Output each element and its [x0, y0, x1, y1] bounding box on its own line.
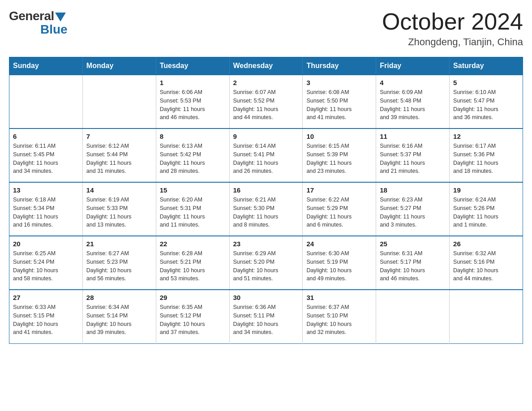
page-header: General Blue October 2024 Zhongdeng, Tia… [9, 9, 523, 48]
day-info: Sunrise: 6:10 AMSunset: 5:47 PMDaylight:… [453, 88, 519, 122]
weekday-header-thursday: Thursday [303, 57, 376, 75]
calendar-cell: 26Sunrise: 6:32 AMSunset: 5:16 PMDayligh… [450, 236, 523, 290]
day-number: 16 [233, 186, 299, 194]
calendar-week-row: 13Sunrise: 6:18 AMSunset: 5:34 PMDayligh… [9, 182, 523, 236]
day-info: Sunrise: 6:09 AMSunset: 5:48 PMDaylight:… [380, 88, 446, 122]
day-info: Sunrise: 6:11 AMSunset: 5:45 PMDaylight:… [13, 142, 79, 176]
day-info: Sunrise: 6:29 AMSunset: 5:20 PMDaylight:… [233, 249, 299, 283]
weekday-header-wednesday: Wednesday [229, 57, 303, 75]
day-number: 25 [380, 240, 446, 248]
day-info: Sunrise: 6:33 AMSunset: 5:15 PMDaylight:… [13, 303, 79, 337]
day-info: Sunrise: 6:34 AMSunset: 5:14 PMDaylight:… [86, 303, 152, 337]
day-info: Sunrise: 6:27 AMSunset: 5:23 PMDaylight:… [86, 249, 152, 283]
day-number: 3 [306, 79, 372, 86]
day-info: Sunrise: 6:31 AMSunset: 5:17 PMDaylight:… [380, 249, 446, 283]
day-number: 7 [86, 133, 152, 140]
calendar-week-row: 20Sunrise: 6:25 AMSunset: 5:24 PMDayligh… [9, 236, 523, 290]
calendar-cell: 25Sunrise: 6:31 AMSunset: 5:17 PMDayligh… [376, 236, 450, 290]
day-number: 24 [306, 240, 372, 248]
day-info: Sunrise: 6:12 AMSunset: 5:44 PMDaylight:… [86, 142, 152, 176]
day-number: 27 [13, 294, 79, 301]
logo-blue-text: Blue [40, 22, 68, 37]
calendar-cell: 29Sunrise: 6:35 AMSunset: 5:12 PMDayligh… [156, 290, 229, 343]
logo-arrow-icon [55, 13, 66, 21]
day-info: Sunrise: 6:18 AMSunset: 5:34 PMDaylight:… [13, 196, 79, 229]
logo-general-text: General [9, 9, 54, 23]
day-number: 9 [233, 133, 299, 140]
weekday-header-friday: Friday [376, 57, 450, 75]
calendar-table: SundayMondayTuesdayWednesdayThursdayFrid… [9, 57, 523, 344]
location-title: Zhongdeng, Tianjin, China [382, 36, 523, 48]
calendar-cell: 23Sunrise: 6:29 AMSunset: 5:20 PMDayligh… [229, 236, 303, 290]
day-number: 13 [13, 186, 79, 194]
calendar-cell: 20Sunrise: 6:25 AMSunset: 5:24 PMDayligh… [9, 236, 83, 290]
calendar-cell [376, 290, 450, 343]
day-info: Sunrise: 6:35 AMSunset: 5:12 PMDaylight:… [160, 303, 226, 337]
logo: General Blue [9, 9, 68, 37]
calendar-cell: 4Sunrise: 6:09 AMSunset: 5:48 PMDaylight… [376, 75, 450, 128]
day-number: 18 [380, 186, 446, 194]
day-info: Sunrise: 6:14 AMSunset: 5:41 PMDaylight:… [233, 142, 299, 176]
day-number: 5 [453, 79, 519, 86]
calendar-cell: 12Sunrise: 6:17 AMSunset: 5:36 PMDayligh… [450, 128, 523, 182]
day-number: 6 [13, 133, 79, 140]
day-info: Sunrise: 6:08 AMSunset: 5:50 PMDaylight:… [306, 88, 372, 122]
calendar-cell: 3Sunrise: 6:08 AMSunset: 5:50 PMDaylight… [303, 75, 376, 128]
day-info: Sunrise: 6:36 AMSunset: 5:11 PMDaylight:… [233, 303, 299, 337]
day-info: Sunrise: 6:24 AMSunset: 5:26 PMDaylight:… [453, 196, 519, 229]
weekday-header-monday: Monday [82, 57, 156, 75]
calendar-cell: 11Sunrise: 6:16 AMSunset: 5:37 PMDayligh… [376, 128, 450, 182]
day-info: Sunrise: 6:37 AMSunset: 5:10 PMDaylight:… [306, 303, 372, 337]
calendar-cell: 10Sunrise: 6:15 AMSunset: 5:39 PMDayligh… [303, 128, 376, 182]
day-number: 11 [380, 133, 446, 140]
day-info: Sunrise: 6:07 AMSunset: 5:52 PMDaylight:… [233, 88, 299, 122]
calendar-cell: 5Sunrise: 6:10 AMSunset: 5:47 PMDaylight… [450, 75, 523, 128]
day-number: 2 [233, 79, 299, 86]
calendar-cell [82, 75, 156, 128]
calendar-cell: 24Sunrise: 6:30 AMSunset: 5:19 PMDayligh… [303, 236, 376, 290]
day-info: Sunrise: 6:13 AMSunset: 5:42 PMDaylight:… [160, 142, 226, 176]
day-info: Sunrise: 6:15 AMSunset: 5:39 PMDaylight:… [306, 142, 372, 176]
day-number: 21 [86, 240, 152, 248]
day-number: 19 [453, 186, 519, 194]
day-info: Sunrise: 6:22 AMSunset: 5:29 PMDaylight:… [306, 196, 372, 229]
calendar-cell: 27Sunrise: 6:33 AMSunset: 5:15 PMDayligh… [9, 290, 83, 343]
day-info: Sunrise: 6:19 AMSunset: 5:33 PMDaylight:… [86, 196, 152, 229]
weekday-header-tuesday: Tuesday [156, 57, 229, 75]
day-number: 14 [86, 186, 152, 194]
day-info: Sunrise: 6:21 AMSunset: 5:30 PMDaylight:… [233, 196, 299, 229]
calendar-cell: 8Sunrise: 6:13 AMSunset: 5:42 PMDaylight… [156, 128, 229, 182]
title-section: October 2024 Zhongdeng, Tianjin, China [382, 9, 523, 48]
day-number: 8 [160, 133, 226, 140]
calendar-cell: 6Sunrise: 6:11 AMSunset: 5:45 PMDaylight… [9, 128, 83, 182]
calendar-cell: 9Sunrise: 6:14 AMSunset: 5:41 PMDaylight… [229, 128, 303, 182]
calendar-cell: 30Sunrise: 6:36 AMSunset: 5:11 PMDayligh… [229, 290, 303, 343]
day-info: Sunrise: 6:32 AMSunset: 5:16 PMDaylight:… [453, 249, 519, 283]
calendar-cell: 21Sunrise: 6:27 AMSunset: 5:23 PMDayligh… [82, 236, 156, 290]
day-number: 29 [160, 294, 226, 301]
calendar-week-row: 1Sunrise: 6:06 AMSunset: 5:53 PMDaylight… [9, 75, 523, 128]
day-info: Sunrise: 6:16 AMSunset: 5:37 PMDaylight:… [380, 142, 446, 176]
day-number: 4 [380, 79, 446, 86]
day-number: 15 [160, 186, 226, 194]
day-number: 17 [306, 186, 372, 194]
calendar-cell: 7Sunrise: 6:12 AMSunset: 5:44 PMDaylight… [82, 128, 156, 182]
day-number: 28 [86, 294, 152, 301]
day-info: Sunrise: 6:23 AMSunset: 5:27 PMDaylight:… [380, 196, 446, 229]
calendar-cell: 13Sunrise: 6:18 AMSunset: 5:34 PMDayligh… [9, 182, 83, 236]
calendar-week-row: 27Sunrise: 6:33 AMSunset: 5:15 PMDayligh… [9, 290, 523, 343]
calendar-week-row: 6Sunrise: 6:11 AMSunset: 5:45 PMDaylight… [9, 128, 523, 182]
calendar-cell: 22Sunrise: 6:28 AMSunset: 5:21 PMDayligh… [156, 236, 229, 290]
calendar-cell: 19Sunrise: 6:24 AMSunset: 5:26 PMDayligh… [450, 182, 523, 236]
day-number: 22 [160, 240, 226, 248]
day-info: Sunrise: 6:25 AMSunset: 5:24 PMDaylight:… [13, 249, 79, 283]
day-number: 23 [233, 240, 299, 248]
calendar-cell: 2Sunrise: 6:07 AMSunset: 5:52 PMDaylight… [229, 75, 303, 128]
calendar-cell: 17Sunrise: 6:22 AMSunset: 5:29 PMDayligh… [303, 182, 376, 236]
day-info: Sunrise: 6:20 AMSunset: 5:31 PMDaylight:… [160, 196, 226, 229]
day-number: 10 [306, 133, 372, 140]
weekday-header-sunday: Sunday [9, 57, 83, 75]
day-info: Sunrise: 6:28 AMSunset: 5:21 PMDaylight:… [160, 249, 226, 283]
calendar-cell: 15Sunrise: 6:20 AMSunset: 5:31 PMDayligh… [156, 182, 229, 236]
day-info: Sunrise: 6:17 AMSunset: 5:36 PMDaylight:… [453, 142, 519, 176]
